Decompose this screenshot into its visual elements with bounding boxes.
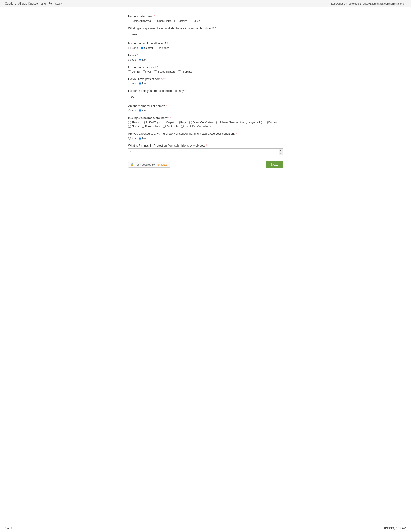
checkbox-humidifiers-input[interactable] <box>181 125 184 128</box>
pets-at-home-label: Do you have pets at home? * <box>128 77 283 81</box>
spinner-buttons: ▲ ▼ <box>279 149 283 154</box>
field-pets-at-home: Do you have pets at home? * Yes No <box>128 77 283 85</box>
fans-label: Fans? * <box>128 54 283 57</box>
page-footer: 3 of 3 8/13/19, 7:43 AM <box>0 524 411 532</box>
checkbox-wall-heat[interactable]: Wall <box>143 70 151 73</box>
checkbox-wall-heat-input[interactable] <box>143 70 146 73</box>
checkbox-carpet-input[interactable] <box>163 121 165 124</box>
checkbox-rugs-input[interactable] <box>177 121 180 124</box>
radio-smokers-yes-input[interactable] <box>128 109 131 112</box>
grasses-trees-shrubs-input[interactable] <box>128 31 283 38</box>
other-pets-input[interactable] <box>128 94 283 100</box>
field-home-located-near: Home located near: * Residential Area Op… <box>128 15 283 22</box>
checkbox-bunkbeds[interactable]: Bunkbeds <box>163 125 178 128</box>
checkbox-drapes-input[interactable] <box>265 121 268 124</box>
smokers-at-home-label: Are there smokers at home? * <box>128 104 283 108</box>
radio-pets-no-input[interactable] <box>139 82 141 85</box>
browser-chrome: Quotient - Allergy Questionnaire - Forms… <box>0 0 411 8</box>
radio-fans-no[interactable]: No <box>139 58 146 61</box>
spinner-up-button[interactable]: ▲ <box>279 149 283 152</box>
checkbox-factory[interactable]: Factory <box>174 19 187 22</box>
radio-air-central[interactable]: Central <box>141 47 153 49</box>
browser-url: https://quotient_serological_assay1.form… <box>330 2 406 5</box>
air-conditioned-options: None Central Window <box>128 47 283 49</box>
datetime: 8/13/19, 7:43 AM <box>384 527 406 530</box>
home-located-near-label: Home located near: * <box>128 15 283 18</box>
radio-smokers-yes[interactable]: Yes <box>128 109 136 112</box>
checkbox-blinds-input[interactable] <box>128 125 131 128</box>
radio-pets-yes-input[interactable] <box>128 82 131 85</box>
checkbox-humidifiers[interactable]: Humidifiers/Vaporizers <box>181 125 211 128</box>
air-conditioned-label: Is your home air conditioned? * <box>128 42 283 45</box>
checkbox-factory-input[interactable] <box>174 19 177 22</box>
checkbox-bookshelves[interactable]: Bookshelves <box>142 125 160 128</box>
radio-exposed-no[interactable]: No <box>139 137 146 140</box>
radio-pets-no[interactable]: No <box>139 82 146 85</box>
exposed-work-school-label: Are you exposed to anything at work or s… <box>128 132 283 135</box>
checkbox-lakes-input[interactable] <box>189 19 192 22</box>
radio-exposed-no-input[interactable] <box>139 137 141 140</box>
spinner-down-button[interactable]: ▼ <box>279 152 283 155</box>
formstack-link[interactable]: Formstack <box>156 163 168 166</box>
page-content: Home located near: * Residential Area Op… <box>0 8 411 180</box>
checkbox-stuffed-toys[interactable]: Stuffed Toys <box>142 121 160 124</box>
checkbox-blinds[interactable]: Blinds <box>128 125 139 128</box>
field-air-conditioned: Is your home air conditioned? * None Cen… <box>128 42 283 49</box>
checkbox-central-heat[interactable]: Central <box>128 70 140 73</box>
checkbox-drapes[interactable]: Drapes <box>265 121 277 124</box>
smokers-at-home-options: Yes No <box>128 109 283 112</box>
checkbox-plants[interactable]: Plants <box>128 121 139 124</box>
radio-air-window[interactable]: Window <box>156 47 168 49</box>
browser-title: Quotient - Allergy Questionnaire - Forms… <box>5 2 62 5</box>
field-smokers-at-home: Are there smokers at home? * Yes No <box>128 104 283 112</box>
radio-fans-yes[interactable]: Yes <box>128 58 136 61</box>
checkbox-fireplace[interactable]: Fireplace <box>178 70 192 73</box>
checkbox-lakes[interactable]: Lakes <box>189 19 200 22</box>
field-grasses-trees-shrubs: What type of grasses, trees, and shrubs … <box>128 27 283 38</box>
checkbox-down-comforters-input[interactable] <box>189 121 192 124</box>
checkbox-central-heat-input[interactable] <box>128 70 131 73</box>
field-other-pets: List other pets you are exposed to regul… <box>128 89 283 100</box>
bedroom-items-options: Plants Stuffed Toys Carpet Rugs Down Com… <box>128 121 283 128</box>
radio-exposed-yes[interactable]: Yes <box>128 137 136 140</box>
radio-pets-yes[interactable]: Yes <box>128 82 136 85</box>
checkbox-rugs[interactable]: Rugs <box>177 121 187 124</box>
radio-air-none[interactable]: None <box>128 47 138 49</box>
radio-air-central-input[interactable] <box>141 47 143 49</box>
checkbox-space-heaters-input[interactable] <box>154 70 157 73</box>
checkbox-open-fields[interactable]: Open Fields <box>154 19 171 22</box>
checkbox-bunkbeds-input[interactable] <box>163 125 166 128</box>
home-located-near-options: Residential Area Open Fields Factory Lak… <box>128 19 283 22</box>
checkbox-down-comforters[interactable]: Down Comforters <box>189 121 214 124</box>
lock-icon: 🔒 <box>130 163 134 166</box>
next-button[interactable]: Next <box>266 161 283 168</box>
math-question-label: What is 7 minus 3 - Protection from subm… <box>128 144 283 147</box>
math-question-wrapper: ▲ ▼ <box>128 149 283 155</box>
checkbox-open-fields-input[interactable] <box>154 19 156 22</box>
radio-smokers-no[interactable]: No <box>139 109 146 112</box>
field-bedroom-items: In subject's bedroom are there? * Plants… <box>128 116 283 128</box>
radio-fans-yes-input[interactable] <box>128 58 131 61</box>
checkbox-bookshelves-input[interactable] <box>142 125 144 128</box>
radio-air-none-input[interactable] <box>128 47 131 49</box>
radio-fans-no-input[interactable] <box>139 58 141 61</box>
form-container: Home located near: * Residential Area Op… <box>128 15 283 173</box>
checkbox-pillows[interactable]: Pillows (Feather, foam, or synthetic) <box>216 121 262 124</box>
grasses-trees-shrubs-label: What type of grasses, trees, and shrubs … <box>128 27 283 30</box>
checkbox-fireplace-input[interactable] <box>178 70 181 73</box>
home-heated-options: Central Wall Space Heaters Fireplace <box>128 70 283 73</box>
math-question-input[interactable] <box>128 149 283 155</box>
checkbox-carpet[interactable]: Carpet <box>163 121 174 124</box>
exposed-work-school-options: Yes No <box>128 137 283 140</box>
radio-air-window-input[interactable] <box>156 47 158 49</box>
checkbox-stuffed-toys-input[interactable] <box>142 121 145 124</box>
radio-exposed-yes-input[interactable] <box>128 137 131 140</box>
checkbox-pillows-input[interactable] <box>216 121 219 124</box>
checkbox-residential-area[interactable]: Residential Area <box>128 19 151 22</box>
checkbox-plants-input[interactable] <box>128 121 131 124</box>
secured-text: Form secured by <box>135 163 155 166</box>
radio-smokers-no-input[interactable] <box>139 109 141 112</box>
checkbox-space-heaters[interactable]: Space Heaters <box>154 70 175 73</box>
other-pets-label: List other pets you are exposed to regul… <box>128 89 283 93</box>
checkbox-residential-area-input[interactable] <box>128 19 131 22</box>
